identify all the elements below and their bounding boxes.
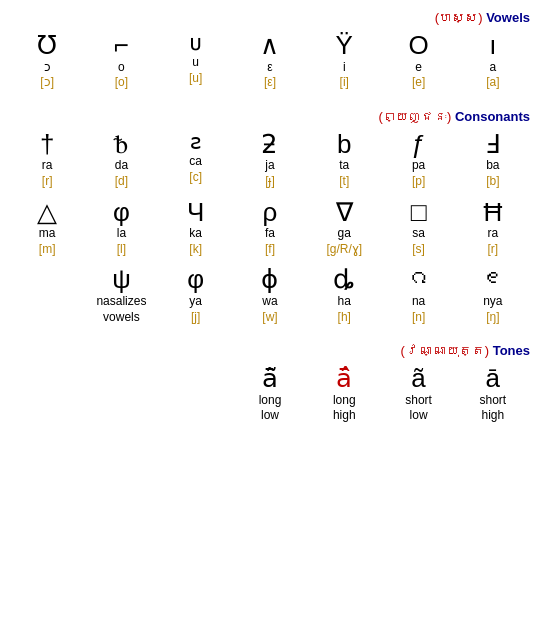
cons-cell-r1-2: ƨ ca [c] <box>159 128 233 192</box>
tone-glyph-short-low: ã <box>411 364 425 393</box>
cons-cell-r1-4: b ta [t] <box>307 128 381 192</box>
cons-phoneme-r1-6: [b] <box>486 174 499 190</box>
cons-roman-r3-6: nya <box>483 294 502 310</box>
tones-empty-0 <box>10 362 84 426</box>
consonants-section-name: Consonants <box>455 109 530 124</box>
tone-label2-long-high: high <box>333 408 356 424</box>
cons-roman-r1-2: ca <box>189 154 202 170</box>
nasalizes-roman: nasalizes <box>96 294 146 310</box>
vowel-glyph-4: Ÿ <box>336 31 353 60</box>
cons-glyph-r3-2: φ <box>187 265 204 294</box>
cons-cell-r2-2: Ч ka [k] <box>159 196 233 260</box>
cons-glyph-r3-5: ᦵ <box>406 265 432 294</box>
cons-phoneme-r1-3: [ɟ] <box>265 174 275 190</box>
cons-roman-r2-1: la <box>117 226 126 242</box>
cons-glyph-r1-2: ƨ <box>190 130 201 154</box>
cons-glyph-r2-3: ρ <box>263 198 278 227</box>
cons-cell-r2-5: □ sa [s] <box>381 196 455 260</box>
cons-phoneme-r3-4: [h] <box>338 310 351 326</box>
cons-cell-r3-3: ϕ wa [w] <box>233 263 307 327</box>
cons-cell-r1-6: Ⅎ ba [b] <box>456 128 530 192</box>
cons-glyph-r2-2: Ч <box>187 198 204 227</box>
cons-phoneme-r1-1: [d] <box>115 174 128 190</box>
cons-roman-r1-5: pa <box>412 158 425 174</box>
tone-label1-long-low: long <box>259 393 282 409</box>
nasalizes-glyph: ψ <box>112 265 131 294</box>
cons-phoneme-r3-6: [ŋ] <box>486 310 499 326</box>
cons-roman-r3-2: ya <box>189 294 202 310</box>
tone-label2-short-high: high <box>482 408 505 424</box>
tones-empty-1 <box>84 362 158 426</box>
vowel-glyph-2: ᴜ <box>189 31 202 55</box>
cons-glyph-r2-5: □ <box>411 198 427 227</box>
cons-cell-r1-0: † ra [r] <box>10 128 84 192</box>
cons-glyph-r3-6: ᧉ <box>486 265 499 294</box>
cons-glyph-r2-0: △ <box>37 198 57 227</box>
tone-cell-long-low: ā̃ long low <box>233 362 307 426</box>
cons-phoneme-r2-0: [m] <box>39 242 56 258</box>
tone-label1-long-high: long <box>333 393 356 409</box>
cons-roman-r1-4: ta <box>339 158 349 174</box>
vowel-glyph-6: ı <box>489 31 496 60</box>
cons-cell-r3-4: ȡ ha [h] <box>307 263 381 327</box>
tone-label2-short-low: low <box>410 408 428 424</box>
cons-roman-r2-3: fa <box>265 226 275 242</box>
cons-glyph-r1-0: † <box>40 130 54 159</box>
vowel-roman-5: e <box>415 60 422 76</box>
tone-glyph-long-low: ā̃ <box>262 364 278 393</box>
cons-phoneme-r2-3: [f] <box>265 242 275 258</box>
tone-label2-long-low: low <box>261 408 279 424</box>
cons-cell-r1-1: ᵬ da [d] <box>84 128 158 192</box>
tone-label1-short-high: short <box>480 393 507 409</box>
vowel-phoneme-5: [e] <box>412 75 425 91</box>
cons-cell-r3-5: ᦵ na [n] <box>381 263 455 327</box>
vowel-cell-0: ℧ ɔ [ɔ] <box>10 29 84 93</box>
cons-roman-r2-2: ka <box>189 226 202 242</box>
tone-label1-short-low: short <box>405 393 432 409</box>
cons-glyph-r1-1: ᵬ <box>115 130 128 159</box>
vowel-glyph-1: ⌐ <box>114 31 129 60</box>
vowel-roman-6: a <box>490 60 497 76</box>
cons-glyph-r3-3: ϕ <box>261 265 278 294</box>
tones-empty-2 <box>159 362 233 426</box>
cons-roman-r3-4: ha <box>338 294 351 310</box>
cons-cell-r3-2: φ ya [j] <box>159 263 233 327</box>
vowel-roman-0: ɔ <box>44 60 51 76</box>
vowels-section-name: Vowels <box>486 10 530 25</box>
vowel-phoneme-0: [ɔ] <box>40 75 54 91</box>
vowel-cell-6: ı a [a] <box>456 29 530 93</box>
cons-glyph-r1-4: b <box>337 130 351 159</box>
cons-glyph-r1-6: Ⅎ <box>485 130 500 159</box>
cons-cell-r2-1: φ la [l] <box>84 196 158 260</box>
cons-phoneme-r1-0: [r] <box>42 174 53 190</box>
tone-cell-short-high: ā short high <box>456 362 530 426</box>
vowel-phoneme-2: [u] <box>189 71 202 87</box>
cons-glyph-r2-6: Ħ <box>483 198 502 227</box>
cons-cell-r3-6: ᧉ nya [ŋ] <box>456 263 530 327</box>
cons-glyph-r3-4: ȡ <box>333 265 355 294</box>
tones-grid: ā̃ long low ā̂ long high ã short low ā s… <box>10 362 530 426</box>
tone-cell-long-high: ā̂ long high <box>307 362 381 426</box>
consonants-row2-grid: △ ma [m] φ la [l] Ч ka [k] ρ fa [f] ∇ ga… <box>10 196 530 260</box>
vowel-cell-3: ∧ ε [ε] <box>233 29 307 93</box>
cons-roman-r1-3: ja <box>265 158 274 174</box>
tone-cell-short-low: ã short low <box>381 362 455 426</box>
cons-roman-r1-6: ba <box>486 158 499 174</box>
cons-phoneme-r2-2: [k] <box>189 242 202 258</box>
cons-glyph-r2-4: ∇ <box>336 198 353 227</box>
cons-phoneme-r1-2: [c] <box>189 170 202 186</box>
cons-roman-r1-0: ra <box>42 158 53 174</box>
cons-cell-r2-6: Ħ ra [r] <box>456 196 530 260</box>
nasalizes-cell: ψ nasalizes vowels <box>84 263 158 327</box>
vowel-roman-1: o <box>118 60 125 76</box>
consonants-row3-grid: ψ nasalizes vowels φ ya [j] ϕ wa [w] ȡ h… <box>10 263 530 327</box>
cons-cell-r3-0 <box>10 263 84 327</box>
consonants-script-label: (ព្យញ្ជនៈ) <box>379 109 452 124</box>
vowel-roman-3: ε <box>267 60 272 76</box>
cons-phoneme-r2-1: [l] <box>117 242 126 258</box>
vowel-phoneme-3: [ε] <box>264 75 276 91</box>
cons-cell-r1-5: ƒ pa [p] <box>381 128 455 192</box>
cons-phoneme-r2-6: [r] <box>488 242 499 258</box>
cons-phoneme-r1-5: [p] <box>412 174 425 190</box>
cons-roman-r2-5: sa <box>412 226 425 242</box>
